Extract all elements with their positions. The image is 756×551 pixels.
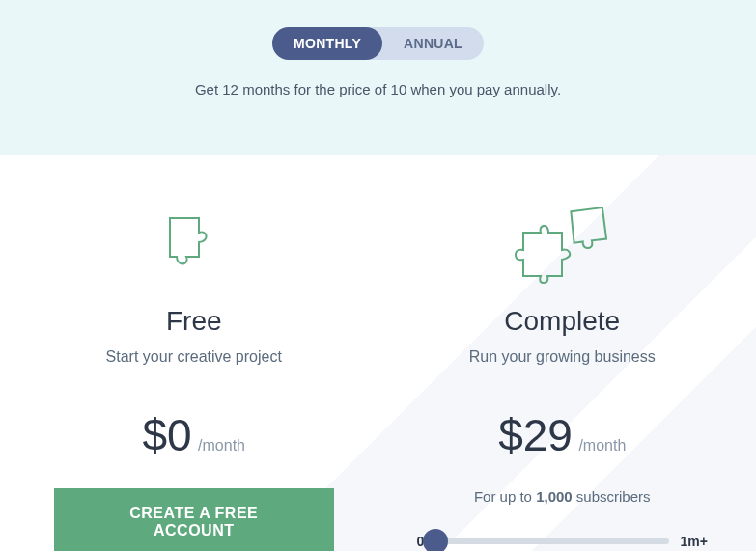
pricing-plans: Free Start your creative project $0 /mon… xyxy=(0,155,756,551)
plan-complete: Complete Run your growing business $29 /… xyxy=(407,204,718,551)
plan-complete-description: Run your growing business xyxy=(407,348,718,366)
plan-complete-price: $29 xyxy=(498,410,573,460)
billing-toggle: MONTHLY ANNUAL xyxy=(272,27,484,60)
annual-toggle-button[interactable]: ANNUAL xyxy=(382,27,484,60)
puzzle-single-icon xyxy=(39,204,350,290)
hero-section: MONTHLY ANNUAL Get 12 months for the pri… xyxy=(0,0,756,155)
plan-free-price-row: $0 /month xyxy=(39,409,350,461)
plan-complete-title: Complete xyxy=(407,306,718,337)
slider-thumb[interactable] xyxy=(423,529,448,551)
hero-subtitle: Get 12 months for the price of 10 when y… xyxy=(0,81,756,97)
plan-complete-period: /month xyxy=(578,437,626,454)
create-free-account-button[interactable]: CREATE A FREE ACCOUNT xyxy=(54,488,334,551)
monthly-toggle-button[interactable]: MONTHLY xyxy=(272,27,382,60)
slider-max-label: 1m+ xyxy=(681,534,708,549)
puzzle-multi-icon xyxy=(407,204,718,290)
plan-free-period: /month xyxy=(198,437,245,454)
plan-free: Free Start your creative project $0 /mon… xyxy=(39,204,350,551)
slider-track[interactable] xyxy=(435,538,668,544)
subscriber-suffix: subscribers xyxy=(573,488,651,505)
subscriber-slider: 0 1m+ xyxy=(407,534,718,549)
plan-free-title: Free xyxy=(39,306,350,337)
plan-complete-price-row: $29 /month xyxy=(407,409,718,461)
plan-free-price: $0 xyxy=(142,410,191,460)
subscriber-info: For up to 1,000 subscribers xyxy=(407,488,718,505)
subscriber-prefix: For up to xyxy=(474,488,536,505)
plan-free-description: Start your creative project xyxy=(39,348,350,366)
subscriber-count: 1,000 xyxy=(536,488,573,505)
